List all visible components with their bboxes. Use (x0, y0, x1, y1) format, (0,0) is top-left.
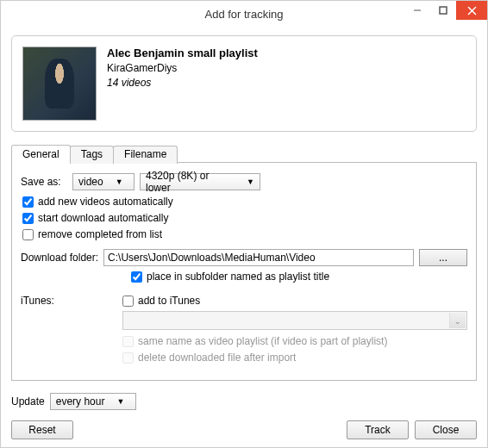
add-new-auto-checkbox[interactable] (22, 196, 34, 208)
close-window-button[interactable] (456, 1, 487, 20)
window-controls (404, 1, 487, 20)
quality-select[interactable]: 4320p (8K) or lower ▼ (140, 173, 260, 190)
maximize-icon (439, 6, 447, 15)
start-download-auto-label: start download automatically (38, 212, 168, 224)
same-name-checkbox (122, 336, 134, 347)
update-select[interactable]: every hour ▼ (50, 393, 136, 410)
subfolder-label: place in subfolder named as playlist tit… (147, 271, 329, 283)
playlist-title: Alec Benjamin small playlist (107, 47, 258, 59)
same-name-label: same name as video playlist (if video is… (138, 335, 387, 347)
format-select[interactable]: video ▼ (72, 173, 135, 190)
update-select-value: every hour (56, 395, 105, 408)
tab-tags[interactable]: Tags (70, 146, 114, 164)
close-button[interactable]: Close (415, 420, 477, 439)
chevron-down-icon: ▼ (116, 177, 123, 186)
playlist-author: KiraGamerDiys (107, 62, 258, 74)
chevron-down-icon: ⌄ (454, 317, 461, 326)
update-label: Update (11, 395, 45, 408)
start-download-auto-checkbox[interactable] (22, 213, 34, 224)
browse-button[interactable]: ... (419, 249, 467, 266)
itunes-playlist-select: ⌄ (122, 311, 467, 330)
tab-panel-general: Save as: video ▼ 4320p (8K) or lower ▼ a… (11, 162, 477, 381)
tab-general[interactable]: General (11, 145, 71, 163)
playlist-thumbnail (22, 47, 97, 121)
window-title: Add for tracking (204, 8, 283, 21)
playlist-count: 14 videos (107, 77, 258, 89)
close-icon (467, 6, 477, 16)
chevron-down-icon: ▼ (116, 397, 124, 406)
tab-filename[interactable]: Filename (113, 146, 178, 164)
svg-rect-1 (440, 7, 447, 14)
format-select-value: video (78, 176, 103, 188)
reset-button[interactable]: Reset (11, 420, 73, 439)
subfolder-checkbox[interactable] (131, 271, 142, 283)
delete-after-import-label: delete downloaded file after import (138, 352, 296, 364)
minimize-button[interactable] (404, 1, 430, 20)
remove-completed-label: remove completed from list (38, 228, 162, 240)
remove-completed-checkbox[interactable] (22, 229, 34, 240)
add-new-auto-label: add new videos automatically (38, 196, 173, 208)
minimize-icon (413, 6, 422, 15)
delete-after-import-checkbox (122, 352, 134, 364)
maximize-button[interactable] (430, 1, 456, 20)
playlist-card: Alec Benjamin small playlist KiraGamerDi… (11, 35, 477, 132)
tabs: General Tags Filename (11, 144, 477, 162)
titlebar: Add for tracking (1, 1, 487, 27)
save-as-label: Save as: (21, 176, 72, 188)
playlist-meta: Alec Benjamin small playlist KiraGamerDi… (107, 47, 258, 121)
add-to-itunes-checkbox[interactable] (122, 296, 134, 307)
chevron-down-icon: ▼ (247, 177, 254, 186)
track-button[interactable]: Track (347, 420, 409, 439)
download-folder-input[interactable] (103, 249, 414, 266)
add-to-itunes-label: add to iTunes (138, 295, 200, 307)
download-folder-label: Download folder: (21, 252, 98, 264)
itunes-label: iTunes: (21, 295, 122, 368)
quality-select-value: 4320p (8K) or lower (146, 170, 235, 194)
